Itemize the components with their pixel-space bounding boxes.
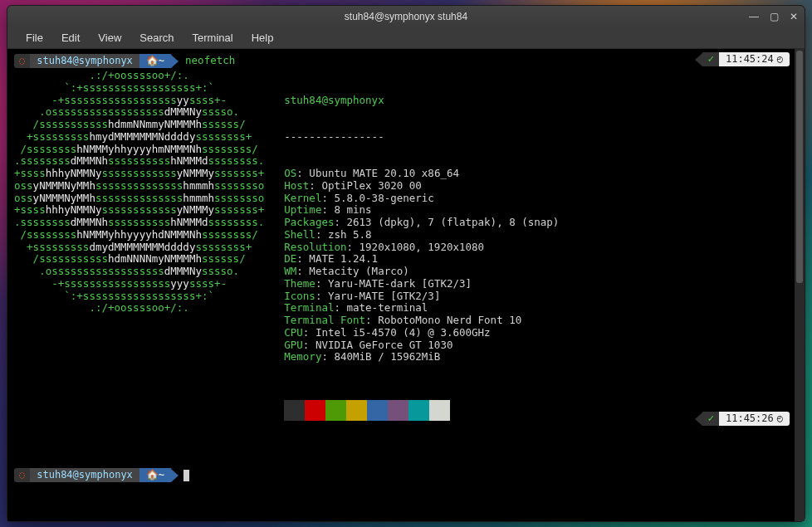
window-title: stuh84@symphonyx stuh84 bbox=[345, 11, 467, 22]
prompt-path: 🏠 ~ bbox=[139, 468, 171, 482]
home-icon: 🏠 bbox=[146, 469, 159, 481]
scrollbar-thumb[interactable] bbox=[796, 51, 803, 283]
menu-help[interactable]: Help bbox=[243, 30, 282, 46]
info-row: CPU: Intel i5-4570 (4) @ 3.600GHz bbox=[284, 327, 559, 339]
prompt-line-1: ◌ stuh84@symphonyx 🏠 ~ neofetch bbox=[14, 54, 798, 68]
system-info: stuh84@symphonyx ---------------- OS: Ub… bbox=[284, 70, 559, 445]
maximize-button[interactable]: ▢ bbox=[768, 11, 780, 22]
scrollbar[interactable] bbox=[795, 49, 805, 521]
prompt-path: 🏠 ~ bbox=[139, 54, 171, 68]
status-time-1: 11:45:24 ◴ bbox=[719, 52, 790, 66]
color-swatch bbox=[284, 400, 305, 421]
prompt-user-host: stuh84@symphonyx bbox=[30, 54, 139, 68]
home-icon: 🏠 bbox=[146, 55, 159, 66]
info-row: Uptime: 8 mins bbox=[284, 204, 559, 217]
clock-icon: ◴ bbox=[777, 53, 783, 65]
close-button[interactable]: ✕ bbox=[788, 11, 800, 22]
info-row: WM: Metacity (Marco) bbox=[284, 266, 559, 278]
prompt-cap bbox=[171, 469, 179, 482]
command-text: neofetch bbox=[185, 55, 235, 67]
info-row: GPU: NVIDIA GeForce GT 1030 bbox=[284, 339, 559, 352]
status-time-2: 11:45:26 ◴ bbox=[719, 412, 790, 426]
info-header: stuh84@symphonyx bbox=[284, 95, 559, 107]
info-row: Shell: zsh 5.8 bbox=[284, 229, 559, 242]
color-swatch bbox=[325, 400, 346, 421]
color-swatch bbox=[367, 400, 388, 421]
window-controls: — ▢ ✕ bbox=[748, 6, 800, 27]
info-row: Memory: 840MiB / 15962MiB bbox=[284, 351, 559, 364]
color-swatch bbox=[388, 400, 408, 421]
titlebar[interactable]: stuh84@symphonyx stuh84 — ▢ ✕ bbox=[7, 6, 805, 27]
ascii-logo: .:/+oossssoo+/:. `:+ssssssssssssssssss+:… bbox=[14, 70, 264, 445]
info-row: Resolution: 1920x1080, 1920x1080 bbox=[284, 242, 559, 254]
neofetch-output: .:/+oossssoo+/:. `:+ssssssssssssssssss+:… bbox=[14, 70, 798, 445]
info-row: Packages: 2613 (dpkg), 7 (flatpak), 8 (s… bbox=[284, 217, 559, 229]
menu-view[interactable]: View bbox=[90, 30, 130, 46]
color-swatch bbox=[305, 400, 325, 421]
distro-icon: ◌ bbox=[14, 54, 30, 68]
info-row: Icons: Yaru-MATE [GTK2/3] bbox=[284, 290, 559, 303]
info-row: OS: Ubuntu MATE 20.10 x86_64 bbox=[284, 168, 559, 180]
info-row: DE: MATE 1.24.1 bbox=[284, 253, 559, 266]
cursor bbox=[183, 470, 189, 481]
color-swatch bbox=[429, 400, 450, 421]
menu-search[interactable]: Search bbox=[131, 30, 182, 46]
color-swatch bbox=[346, 400, 367, 421]
status-ok-icon: ✓ bbox=[702, 412, 719, 426]
prompt-cap bbox=[171, 55, 179, 68]
terminal-window: stuh84@symphonyx stuh84 — ▢ ✕ File Edit … bbox=[7, 5, 805, 522]
terminal-area[interactable]: ✓ 11:45:24 ◴ ◌ stuh84@symphonyx 🏠 ~ neof… bbox=[7, 49, 805, 521]
menubar: File Edit View Search Terminal Help bbox=[7, 27, 805, 49]
info-row: Terminal: mate-terminal bbox=[284, 302, 559, 315]
right-status-2: ✓ 11:45:26 ◴ bbox=[695, 412, 790, 426]
menu-terminal[interactable]: Terminal bbox=[184, 30, 242, 46]
color-palette bbox=[284, 400, 559, 421]
info-row: Terminal Font: RobotoMono Nerd Font 10 bbox=[284, 315, 559, 327]
info-row: Theme: Yaru-MATE-dark [GTK2/3] bbox=[284, 278, 559, 290]
color-swatch bbox=[408, 400, 429, 421]
menu-edit[interactable]: Edit bbox=[53, 30, 88, 46]
status-ok-icon: ✓ bbox=[702, 52, 719, 66]
menu-file[interactable]: File bbox=[17, 30, 51, 46]
info-dashes: ---------------- bbox=[284, 131, 559, 144]
clock-icon: ◴ bbox=[777, 412, 783, 424]
distro-icon: ◌ bbox=[14, 468, 30, 482]
right-status-1: ✓ 11:45:24 ◴ bbox=[695, 52, 790, 66]
info-row: Kernel: 5.8.0-38-generic bbox=[284, 193, 559, 205]
prompt-user-host: stuh84@symphonyx bbox=[30, 468, 139, 482]
prompt-line-2: ◌ stuh84@symphonyx 🏠 ~ bbox=[14, 468, 798, 482]
info-row: Host: OptiPlex 3020 00 bbox=[284, 180, 559, 193]
minimize-button[interactable]: — bbox=[748, 11, 760, 22]
